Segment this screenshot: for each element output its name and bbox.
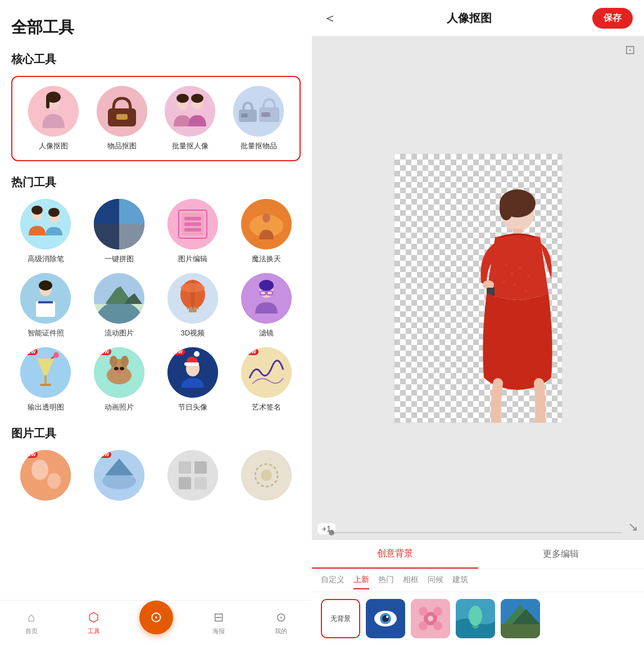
tool-animation[interactable]: NEW 动画照片 — [85, 347, 154, 412]
bg-option-3[interactable] — [456, 599, 495, 638]
sub-tab-custom[interactable]: 自定义 — [321, 575, 344, 589]
bg-none-option[interactable]: 无背景 — [321, 599, 360, 638]
corner-resize-icon[interactable]: ⊡ — [625, 43, 635, 57]
svg-point-116 — [469, 606, 482, 626]
photo-tool-1[interactable]: NEW — [11, 450, 80, 505]
svg-rect-19 — [261, 112, 270, 117]
svg-point-89 — [261, 470, 272, 481]
tool-filter[interactable]: 滤镜 — [232, 273, 301, 338]
tab-buttons: 创意背景 更多编辑 — [312, 540, 644, 569]
mine-icon: ⊙ — [276, 610, 286, 625]
resize-corner-icon[interactable]: ↗ — [626, 522, 641, 532]
photo-tool-4[interactable] — [232, 450, 301, 505]
tool-motion-pic[interactable]: 流动图片 — [85, 273, 154, 338]
tab-more-edit[interactable]: 更多编辑 — [478, 540, 645, 569]
collage-label: 一键拼图 — [105, 254, 134, 264]
photo-tool-4-icon — [241, 450, 292, 501]
nav-poster[interactable]: ⊟ 海报 — [187, 610, 250, 635]
svg-point-39 — [39, 280, 52, 290]
svg-rect-73 — [184, 362, 199, 366]
sub-tab-hot[interactable]: 热门 — [378, 575, 394, 589]
tools-label: 工具 — [88, 627, 100, 635]
id-photo-label: 智能证件照 — [28, 328, 64, 338]
slider-thumb[interactable] — [329, 530, 334, 535]
photo-tools-grid: NEW NEW — [11, 450, 301, 505]
tool-portrait-cutout[interactable]: 人像抠图 — [21, 86, 85, 151]
tool-art-sign[interactable]: NEW 艺术签名 — [232, 347, 301, 412]
tab-creative-bg[interactable]: 创意背景 — [312, 540, 478, 569]
filter-icon — [241, 273, 292, 324]
tool-batch-portrait[interactable]: 批量抠人像 — [158, 86, 223, 151]
tool-holiday-avatar[interactable]: NEW 节日头像 — [158, 347, 228, 412]
3d-video-icon — [167, 273, 218, 324]
holiday-icon: NEW — [167, 347, 218, 398]
transparent-icon: NEW — [20, 347, 71, 398]
bg-option-1[interactable] — [366, 599, 405, 638]
portrait-cutout-icon — [28, 86, 79, 137]
tool-sky-change[interactable]: 魔法换天 — [232, 199, 301, 264]
sub-tab-frame[interactable]: 相框 — [403, 575, 419, 589]
tool-object-cutout[interactable]: 物品抠图 — [90, 86, 154, 151]
svg-rect-29 — [184, 222, 201, 226]
img-edit-icon — [167, 199, 218, 249]
tool-img-edit[interactable]: 图片编辑 — [158, 199, 228, 264]
id-photo-icon — [20, 273, 71, 324]
photo-tool-3[interactable] — [158, 450, 228, 505]
bg-option-2[interactable] — [411, 599, 450, 638]
svg-point-51 — [180, 283, 205, 292]
home-icon: ⌂ — [28, 610, 35, 625]
camera-button[interactable]: ⊙ — [139, 601, 173, 634]
bg-option-4[interactable] — [501, 599, 540, 638]
new-badge-photo1: NEW — [21, 451, 38, 458]
tool-id-photo[interactable]: 智能证件照 — [11, 273, 80, 338]
core-section-title: 核心工具 — [11, 52, 301, 67]
svg-point-113 — [433, 621, 442, 630]
svg-point-92 — [500, 198, 513, 220]
svg-point-66 — [110, 356, 117, 367]
bottom-nav: ⌂ 首页 ⬡ 工具 ⊙ ⊟ 海报 ⊙ 我的 — [0, 600, 312, 645]
mine-label: 我的 — [275, 627, 287, 635]
sub-tab-building[interactable]: 建筑 — [452, 575, 468, 589]
eraser-icon — [20, 199, 71, 249]
poster-icon: ⊟ — [214, 610, 224, 625]
svg-point-74 — [194, 351, 199, 357]
camera-icon: ⊙ — [150, 608, 162, 626]
new-badge-photo2: NEW — [95, 451, 111, 458]
tool-transparent[interactable]: NEW 输出透明图 — [11, 347, 80, 412]
save-button[interactable]: 保存 — [592, 8, 633, 29]
tool-eraser[interactable]: 高级消除笔 — [11, 199, 80, 264]
sub-tab-new[interactable]: 上新 — [353, 575, 369, 589]
svg-point-23 — [31, 206, 43, 215]
nav-tools[interactable]: ⬡ 工具 — [62, 610, 125, 635]
tool-collage[interactable]: 一键拼图 — [85, 199, 154, 264]
svg-point-9 — [165, 86, 215, 137]
nav-camera[interactable]: ⊙ — [125, 612, 187, 634]
art-sign-icon: NEW — [241, 347, 292, 398]
tool-3d-video[interactable]: 3D视频 — [158, 273, 228, 338]
slider-track — [329, 532, 622, 533]
svg-point-34 — [262, 214, 270, 222]
new-badge-transparent: NEW — [21, 348, 38, 355]
object-cutout-label: 物品抠图 — [107, 141, 137, 151]
sub-tab-greeting[interactable]: 问候 — [428, 575, 443, 589]
motion-pic-icon — [94, 273, 144, 324]
photo-section-title: 图片工具 — [11, 426, 301, 441]
svg-rect-83 — [179, 461, 191, 474]
photo-tool-1-icon: NEW — [20, 450, 71, 501]
core-tools-grid: 人像抠图 物品抠图 — [21, 86, 291, 151]
bg-2-icon — [411, 599, 450, 638]
svg-point-110 — [419, 607, 428, 616]
photo-tool-2[interactable]: NEW — [85, 450, 154, 505]
svg-point-82 — [167, 450, 218, 501]
tool-batch-object[interactable]: 批量抠物品 — [226, 86, 291, 151]
nav-home[interactable]: ⌂ 首页 — [0, 610, 62, 635]
bg-1-icon — [366, 599, 405, 638]
right-title: 人像抠图 — [447, 11, 492, 26]
back-button[interactable]: ＜ — [323, 9, 346, 27]
hot-tools-grid: 高级消除笔 一键拼图 — [11, 199, 301, 412]
filter-label: 滤镜 — [259, 328, 274, 338]
svg-point-69 — [120, 367, 124, 370]
collage-icon — [94, 199, 144, 249]
nav-mine[interactable]: ⊙ 我的 — [250, 610, 312, 635]
transparent-label: 输出透明图 — [28, 402, 64, 412]
